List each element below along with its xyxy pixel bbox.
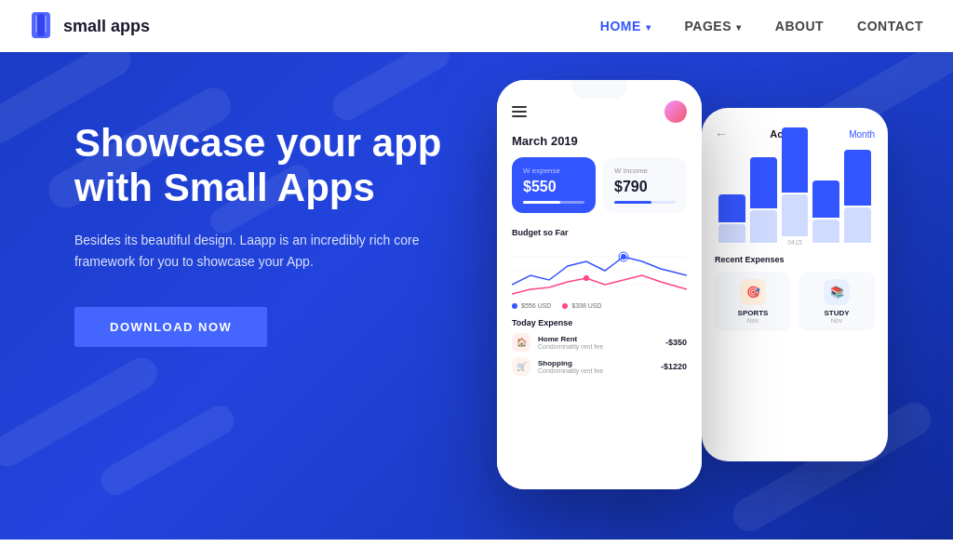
bar-light-1	[718, 224, 745, 243]
expenses-title: Today Expense	[512, 318, 687, 327]
nav-link-home[interactable]: HOME ▾	[600, 19, 651, 33]
income-card: W Income $790	[603, 157, 687, 213]
sports-icon: 🎯	[740, 279, 766, 305]
bar-blue-5	[844, 150, 871, 206]
bar-blue-3	[782, 127, 809, 193]
legend-item-1: $556 USD	[512, 302, 551, 309]
legend-dot-pink	[562, 303, 568, 309]
phone2-notch	[772, 108, 818, 125]
phone2-screen: ← Activity Month	[702, 108, 888, 461]
income-amount: $790	[614, 179, 676, 195]
svg-point-5	[584, 275, 589, 281]
study-icon: 📚	[824, 279, 850, 305]
balance-row: W expense $550 W Income $790	[497, 157, 702, 222]
bar-light-5	[844, 207, 871, 243]
expense-sub-2: Condominality rent fee	[538, 367, 653, 374]
expense-name-1: Home Rent	[538, 335, 658, 343]
expense-amount-1: -$350	[665, 338, 687, 347]
hero-section: Showcase your app with Small Apps Beside…	[0, 0, 953, 540]
legend-dot-blue	[512, 303, 517, 309]
chart-legend: $556 USD $338 USD	[512, 302, 687, 309]
bar-group-2	[750, 157, 777, 246]
expense-item-2: 🛒 Shopping Condominality rent fee -$1220	[512, 357, 687, 376]
hero-title: Showcase your app with Small Apps	[74, 121, 465, 211]
phone1-notch	[571, 80, 627, 99]
logo-icon	[30, 10, 56, 42]
phones-container: March 2019 W expense $550 W Income $790 …	[478, 52, 897, 536]
nav-item-about[interactable]: ABOUT	[775, 18, 824, 34]
line-chart	[512, 243, 687, 299]
category-study: 📚 STUDY Nov	[799, 272, 875, 331]
bottom-bar	[0, 540, 953, 560]
sports-label: SPORTS	[720, 309, 785, 317]
bar-light-4	[812, 220, 839, 243]
expense-card: W expense $550	[512, 157, 596, 213]
download-button[interactable]: DOWNLOAD NOW	[74, 307, 267, 347]
deco-shape	[96, 400, 240, 500]
budget-title: Budget so Far	[512, 228, 687, 237]
bar-blue-4	[812, 180, 839, 218]
avatar	[664, 100, 687, 123]
expense-label: W expense	[523, 167, 584, 175]
sports-sub: Nov	[720, 317, 785, 324]
expense-amount: $550	[523, 179, 584, 195]
categories-row: 🎯 SPORTS Nov 📚 STUDY Nov	[715, 272, 875, 331]
legend-item-2: $338 USD	[562, 302, 601, 309]
expense-amount-2: -$1220	[661, 362, 687, 371]
home-arrow: ▾	[643, 22, 651, 33]
recent-expenses-title: Recent Expenses	[715, 255, 875, 264]
bar-group-1	[718, 194, 745, 246]
screen-month: March 2019	[497, 130, 702, 157]
nav-item-home[interactable]: HOME ▾	[600, 18, 651, 34]
logo[interactable]: small apps	[30, 10, 150, 42]
bar-group-5	[844, 150, 871, 246]
bar-group-3: 0415	[782, 127, 809, 246]
nav-link-pages[interactable]: PAGES ▾	[685, 19, 742, 33]
svg-point-3	[621, 254, 626, 260]
income-label: W Income	[614, 167, 676, 175]
expense-icon-home: 🏠	[512, 333, 530, 352]
expenses-section: Today Expense 🏠 Home Rent Condominality …	[497, 313, 702, 387]
hero-content: Showcase your app with Small Apps Beside…	[74, 121, 465, 347]
nav-link-about[interactable]: ABOUT	[775, 19, 824, 33]
bar-light-3	[782, 194, 809, 236]
hero-subtitle: Besides its beautiful design. Laapp is a…	[74, 230, 428, 274]
bar-label-3: 0415	[787, 239, 802, 246]
legend-label-2: $338 USD	[571, 302, 601, 309]
logo-text: small apps	[63, 17, 150, 36]
bar-group-4	[812, 180, 839, 246]
expense-sub-1: Condominality rent fee	[538, 343, 658, 350]
bar-chart: 0415	[715, 153, 875, 246]
nav-item-pages[interactable]: PAGES ▾	[685, 18, 742, 34]
bar-light-2	[750, 210, 777, 243]
expense-info-2: Shopping Condominality rent fee	[538, 359, 653, 374]
expense-name-2: Shopping	[538, 359, 653, 367]
p2-filter: Month	[849, 129, 875, 140]
study-label: STUDY	[804, 309, 869, 317]
study-sub: Nov	[804, 317, 869, 324]
phone-mockup-2: ← Activity Month	[702, 108, 888, 461]
navbar: small apps HOME ▾ PAGES ▾ ABOUT CONTACT	[0, 0, 953, 52]
hamburger-icon	[512, 106, 527, 117]
phone-mockup-1: March 2019 W expense $550 W Income $790 …	[497, 80, 702, 489]
legend-label-1: $556 USD	[521, 302, 551, 309]
expense-item-1: 🏠 Home Rent Condominality rent fee -$350	[512, 333, 687, 352]
phone1-screen: March 2019 W expense $550 W Income $790 …	[497, 80, 702, 489]
pages-arrow: ▾	[733, 22, 742, 33]
svg-rect-8	[37, 14, 45, 36]
nav-links: HOME ▾ PAGES ▾ ABOUT CONTACT	[600, 18, 923, 34]
back-arrow: ←	[715, 127, 728, 141]
bar-blue-2	[750, 157, 777, 208]
expense-icon-shopping: 🛒	[512, 357, 530, 376]
category-sports: 🎯 SPORTS Nov	[715, 272, 791, 331]
expense-info-1: Home Rent Condominality rent fee	[538, 335, 658, 350]
nav-item-contact[interactable]: CONTACT	[857, 18, 923, 34]
bar-blue-1	[718, 194, 745, 222]
nav-link-contact[interactable]: CONTACT	[857, 19, 923, 33]
budget-section: Budget so Far	[497, 222, 702, 313]
